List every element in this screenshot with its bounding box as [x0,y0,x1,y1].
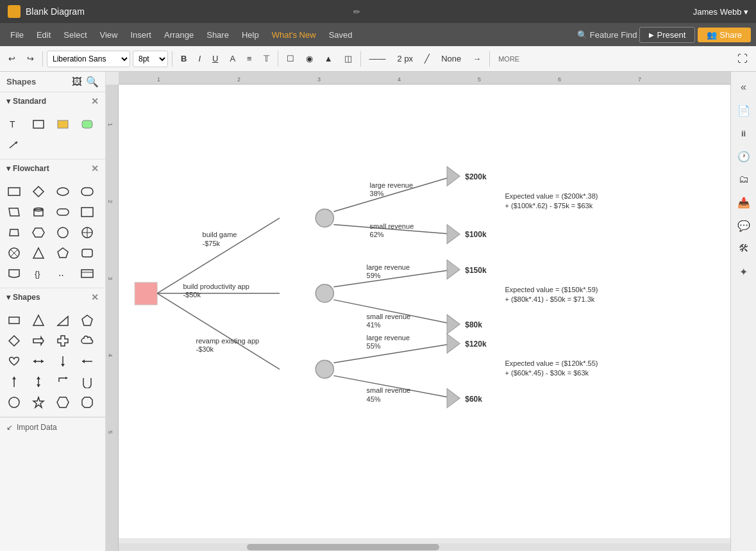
collapse-panel-icon[interactable]: « [734,77,754,97]
feature-find[interactable]: 🔍 Feature Find [577,30,637,40]
share-button[interactable]: 👥 Share [698,28,751,42]
scroll-thumb[interactable] [247,544,439,550]
menu-view[interactable]: View [95,28,123,42]
sh-bent-arrow[interactable] [54,373,72,391]
chance-node-game[interactable] [315,209,333,227]
import-data[interactable]: ↙ Import Data [0,417,105,437]
menu-whats-new[interactable]: What's New [267,28,321,42]
search-shapes-icon[interactable]: 🔍 [86,76,99,88]
fc-rect3[interactable] [78,265,96,283]
shapes-section-header[interactable]: ▾ Shapes ✕ [0,288,105,306]
standard-close-icon[interactable]: ✕ [91,96,99,106]
rounded-rect-shape[interactable] [78,115,96,133]
expand-button[interactable]: ⛶ [733,51,752,67]
sh-cross[interactable] [54,332,72,350]
fc-pentagon[interactable] [54,244,72,262]
sh-rect[interactable] [5,311,23,329]
redo-button[interactable]: ↪ [22,51,38,66]
fc-circle[interactable] [54,224,72,242]
fc-parallelogram[interactable] [5,203,23,221]
page-properties-icon[interactable]: 📄 [734,100,754,120]
fc-rect-rounded[interactable] [78,244,96,262]
fc-triangle[interactable] [29,244,47,262]
fc-cross-circle[interactable] [78,224,96,242]
terminal-prod-small[interactable] [447,315,460,334]
bold-button[interactable]: B [176,51,191,66]
sh-down-arrow[interactable] [54,352,72,370]
user-info[interactable]: James Webb ▾ [693,7,748,17]
terminal-revamp-large[interactable] [447,334,460,353]
standard-section-header[interactable]: ▾ Standard ✕ [0,92,105,110]
align-button[interactable]: ≡ [242,51,256,66]
magic-icon[interactable]: ✦ [734,261,754,282]
layers-icon[interactable]: 🗂 [734,169,754,190]
fc-x-circle[interactable] [5,244,23,262]
terminal-prod-large[interactable] [447,260,460,279]
fc-dots[interactable]: ‥ [54,265,72,283]
fc-rect[interactable] [5,183,23,201]
timer-icon[interactable]: 🕐 [734,146,754,167]
sh-double-arrow[interactable] [29,352,47,370]
format-icon[interactable]: ii [734,123,754,144]
sh-triangle[interactable] [29,311,47,329]
line-style-button[interactable]: —— [365,51,391,66]
menu-file[interactable]: File [5,28,29,42]
terminal-game-large[interactable] [447,167,460,186]
sh-up-down-arrow[interactable] [29,373,47,391]
connection-style-button[interactable]: None [437,51,466,66]
text-shape[interactable]: T [5,115,23,133]
sh-u-turn[interactable] [78,373,96,391]
font-family-select[interactable]: Liberation Sans [47,51,130,67]
line-width-button[interactable]: 2 px [393,51,418,66]
present-button[interactable]: Present [639,27,695,43]
underline-button[interactable]: U [208,51,223,66]
text-format-button[interactable]: 𝕋 [259,51,274,66]
root-node[interactable] [135,283,157,305]
sh-diamond[interactable] [5,332,23,350]
terminal-revamp-small[interactable] [447,388,460,407]
comment-icon[interactable]: 💬 [734,215,754,236]
filled-rect-shape[interactable] [54,115,72,133]
font-color-button[interactable]: A [225,51,240,66]
menu-edit[interactable]: Edit [31,28,56,42]
flowchart-close-icon[interactable]: ✕ [91,163,99,174]
fc-round[interactable] [54,183,72,201]
waypoint-button[interactable]: ╱ [420,51,434,66]
sh-pentagon[interactable] [78,311,96,329]
fc-bracket[interactable]: {} [29,265,47,283]
arrow-shape[interactable] [5,136,23,154]
sh-hexagon[interactable] [54,393,72,411]
fc-hexagon[interactable] [29,224,47,242]
sh-arrow-right[interactable] [29,332,47,350]
menu-select[interactable]: Select [58,28,92,42]
menu-share[interactable]: Share [201,28,234,42]
menu-help[interactable]: Help [237,28,264,42]
horizontal-scrollbar[interactable] [119,543,730,551]
more-button[interactable]: MORE [494,51,524,66]
sh-left-arrow[interactable] [78,352,96,370]
sh-up-arrow[interactable] [5,373,23,391]
fc-trapezoid[interactable] [5,224,23,242]
chance-node-revamp[interactable] [315,360,333,378]
font-size-select[interactable]: 8pt [133,51,168,67]
italic-button[interactable]: I [194,51,205,66]
menu-saved[interactable]: Saved [324,28,358,42]
fc-doc[interactable] [5,265,23,283]
fc-cylinder[interactable] [29,203,47,221]
menu-arrange[interactable]: Arrange [159,28,199,42]
shapes-tab[interactable]: Shapes [6,77,36,86]
image-search-icon[interactable]: 🖼 [72,76,82,88]
line-color-button[interactable]: ▲ [320,51,337,66]
arrow-style-button[interactable]: → [468,51,485,66]
canvas-area[interactable]: 1 2 3 4 5 6 7 1 2 3 4 5 build game [106,72,730,551]
fc-diamond[interactable] [29,183,47,201]
sh-heart[interactable] [5,352,23,370]
sh-star[interactable] [29,393,47,411]
fill-color-button[interactable]: ◉ [301,51,317,66]
sh-cloud[interactable] [78,332,96,350]
sh-circle[interactable] [5,393,23,411]
diagram-canvas[interactable]: build game -$75k build productivity app … [119,85,730,538]
chance-node-productivity[interactable] [315,284,333,302]
shadow-button[interactable]: ◫ [340,51,357,66]
download-icon[interactable]: 📥 [734,192,754,213]
